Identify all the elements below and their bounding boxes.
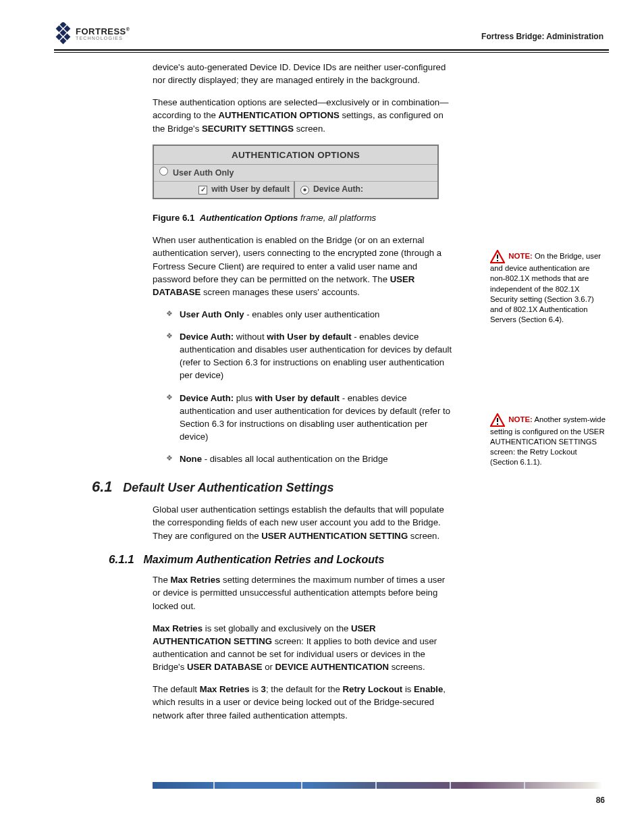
figure-caption: Figure 6.1 Authentication Options frame,…: [153, 211, 452, 224]
svg-rect-7: [497, 255, 498, 259]
radio-unchecked-icon[interactable]: [159, 167, 168, 176]
warning-icon: [490, 250, 505, 263]
logo-icon: [54, 22, 73, 45]
page-number: 86: [596, 796, 605, 805]
para-auth-options: These authentication options are selecte…: [153, 96, 452, 134]
svg-rect-2: [64, 26, 71, 32]
brand-name: FORTRESS®: [76, 27, 130, 36]
auth-panel-title: AUTHENTICATION OPTIONS: [154, 146, 437, 165]
auth-cell-with-user[interactable]: ✓ with User by default: [154, 181, 295, 198]
margin-note: NOTE: Another system-wide setting is con…: [490, 413, 606, 468]
para-max-retries-global: Max Retries is set globally and exclusiv…: [153, 622, 452, 674]
list-item: ❖ Device Auth: plus with User by default…: [166, 392, 452, 453]
para-device-id: device's auto-generated Device ID. Devic…: [153, 61, 452, 86]
svg-rect-6: [60, 38, 67, 45]
para-s61: Global user authentication settings esta…: [153, 503, 452, 542]
para-user-auth-enabled: When user authentication is enabled on t…: [153, 234, 452, 298]
warning-icon: [490, 413, 505, 427]
margin-notes: NOTE: On the Bridge, user and device aut…: [490, 250, 606, 477]
subsection-heading: 6.1.1 Maximum Authentication Retries and…: [109, 552, 452, 569]
checkbox-checked-icon[interactable]: ✓: [198, 186, 207, 194]
svg-rect-10: [497, 423, 498, 425]
svg-rect-1: [56, 26, 63, 32]
brand-reg: ®: [126, 27, 130, 32]
para-max-retries-default: The default Max Retries is 3; the defaul…: [153, 683, 452, 721]
svg-rect-3: [60, 30, 67, 36]
list-item: ❖ User Auth Only - enables only user aut…: [166, 308, 452, 330]
list-item: ❖ Device Auth: without with User by defa…: [166, 330, 452, 392]
auth-row-user-only[interactable]: User Auth Only: [154, 165, 437, 181]
auth-cell-device-auth[interactable]: ● Device Auth:: [295, 181, 437, 198]
brand-subtitle: TECHNOLOGIES: [76, 36, 130, 41]
svg-rect-8: [497, 260, 498, 261]
section-heading: 6.1 Default User Authentication Settings: [92, 476, 452, 498]
header-rule-thin: [54, 52, 609, 53]
bullet-icon: ❖: [166, 452, 173, 465]
svg-rect-5: [64, 34, 71, 41]
svg-rect-9: [497, 418, 498, 422]
bullet-icon: ❖: [166, 308, 173, 320]
bullet-icon: ❖: [166, 392, 173, 404]
bullet-icon: ❖: [166, 330, 173, 342]
main-content: device's auto-generated Device ID. Devic…: [153, 61, 452, 731]
running-title: Fortress Bridge: Administration: [481, 32, 603, 41]
para-max-retries-desc: The Max Retries setting determines the m…: [153, 573, 452, 612]
header-rule-thick: [54, 49, 609, 51]
svg-rect-4: [56, 34, 63, 41]
footer-bar: [153, 782, 602, 789]
margin-note: NOTE: On the Bridge, user and device aut…: [490, 250, 606, 325]
list-item: ❖ None - disables all local authenticati…: [166, 452, 452, 475]
auth-options-panel: AUTHENTICATION OPTIONS User Auth Only ✓ …: [153, 145, 439, 199]
radio-checked-icon[interactable]: ●: [300, 186, 309, 194]
